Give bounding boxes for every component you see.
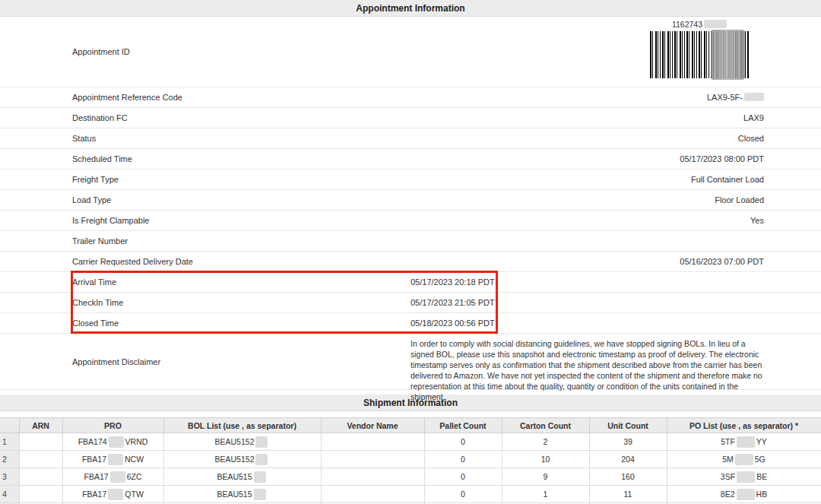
column-header: Carton Count xyxy=(502,418,589,433)
column-header: Vendor Name xyxy=(321,418,424,433)
redaction-blur xyxy=(255,436,268,448)
row-value-text: 05/17/2023 21:05 PDT xyxy=(410,298,495,307)
redaction-blur xyxy=(255,454,268,465)
redaction-blur xyxy=(109,436,124,448)
cell-vendor xyxy=(321,468,424,486)
column-header: Pallet Count xyxy=(424,418,502,433)
table-row: 4 FBA17QTW BEAU515 0 1 11 8E2HB xyxy=(0,486,821,503)
cell-pallet-count: 0 xyxy=(424,486,502,503)
redaction-blur xyxy=(110,471,125,483)
table-row: 3 FBA176ZC BEAU515 0 9 160 3SFBE xyxy=(0,468,821,486)
row-value: 05/17/2023 21:05 PDT xyxy=(410,298,495,307)
redaction-blur xyxy=(744,93,764,101)
cell-bol: BEAU5152 xyxy=(163,433,321,451)
pro-prefix: FBA174 xyxy=(78,437,107,446)
appointment-info-header-bar: Appointment Information xyxy=(0,0,821,17)
cell-po: 5TFYY xyxy=(667,433,821,451)
info-row: Is Freight Clampable Yes xyxy=(0,211,821,231)
cell-row-number: 2 xyxy=(0,451,19,468)
appointment-snapshot-page: Appointment Information Appointment ID 1… xyxy=(0,0,821,504)
cell-carton-count: 9 xyxy=(502,468,589,486)
po-suffix: YY xyxy=(756,437,767,446)
pro-suffix: 6ZC xyxy=(127,472,142,481)
row-value: 05/17/2023 08:00 PDT xyxy=(680,154,764,163)
info-row: Status Closed xyxy=(0,128,821,149)
row-value: LAX9-5F- xyxy=(707,93,764,102)
po-suffix: BE xyxy=(756,472,767,481)
info-row: Load Type Floor Loaded xyxy=(0,190,821,211)
po-prefix: 3SF xyxy=(721,472,735,481)
row-label: Appointment Disclaimer xyxy=(72,357,160,366)
cell-row-number: 3 xyxy=(0,468,19,486)
row-value: LAX9 xyxy=(743,113,764,122)
info-row: Freight Type Full Container Load xyxy=(0,170,821,190)
po-prefix: 8E2 xyxy=(721,490,735,499)
cell-po: 3SFBE xyxy=(667,468,821,486)
appointment-id-row: Appointment ID 1162743 xyxy=(0,17,821,87)
pro-prefix: FBA17 xyxy=(82,455,106,464)
row-label: Destination FC xyxy=(72,113,128,122)
cell-po: 8E2HB xyxy=(667,486,821,503)
redaction-blur xyxy=(735,454,753,465)
po-prefix: 5M xyxy=(722,455,734,464)
cell-pallet-count: 0 xyxy=(424,451,502,468)
cell-unit-count: 160 xyxy=(589,468,667,486)
cell-pro: FBA174VRND xyxy=(62,433,163,451)
row-value-text: 05/16/2023 07:00 PDT xyxy=(680,257,764,266)
cell-arn xyxy=(19,468,62,486)
row-value: 05/18/2023 00:56 PDT xyxy=(410,319,495,328)
cell-unit-count: 11 xyxy=(589,486,667,503)
timestamp-rows-group: Arrival Time 05/17/2023 20:18 PDT CheckI… xyxy=(0,272,821,334)
redaction-blur xyxy=(108,489,123,500)
info-row: Scheduled Time 05/17/2023 08:00 PDT xyxy=(0,149,821,170)
redaction-blur xyxy=(254,489,266,500)
row-value-text: Yes xyxy=(750,216,764,225)
cell-unit-count: 204 xyxy=(589,451,667,468)
po-suffix: 5G xyxy=(755,455,766,464)
pro-suffix: NCW xyxy=(125,455,144,464)
cell-pallet-count: 0 xyxy=(424,433,502,451)
table-row: 1 FBA174VRND BEAU5152 0 2 39 5TFYY xyxy=(0,433,821,451)
timestamp-rows: Arrival Time 05/17/2023 20:18 PDT CheckI… xyxy=(0,272,821,334)
cell-arn xyxy=(19,451,62,468)
row-label: Freight Type xyxy=(72,175,119,184)
redaction-blur xyxy=(737,489,755,500)
redaction-blur xyxy=(737,471,755,483)
cell-bol: BEAU5152 xyxy=(163,451,321,468)
row-label: Scheduled Time xyxy=(72,154,132,163)
row-value-text: 05/17/2023 08:00 PDT xyxy=(680,154,764,163)
column-header: PRO xyxy=(62,418,163,433)
row-value-text: Closed xyxy=(738,134,764,143)
cell-pro: FBA17QTW xyxy=(62,486,163,503)
redaction-blur xyxy=(704,20,727,28)
row-value: 05/17/2023 20:18 PDT xyxy=(410,277,495,287)
cell-row-number: 1 xyxy=(0,433,19,451)
po-prefix: 5TF xyxy=(721,437,735,446)
disclaimer-row: Appointment Disclaimer In order to compl… xyxy=(0,334,821,390)
row-value-text: Floor Loaded xyxy=(715,195,764,204)
row-label: Appointment ID xyxy=(72,47,130,56)
row-value-text: LAX9-5F- xyxy=(707,93,743,102)
cell-arn xyxy=(19,433,62,451)
info-row: Carrier Requested Delivery Date 05/16/20… xyxy=(0,252,821,272)
cell-pallet-count: 0 xyxy=(424,468,502,486)
bol-text: BEAU5152 xyxy=(215,455,255,464)
cell-vendor xyxy=(321,486,424,503)
row-label: Closed Time xyxy=(72,319,119,328)
disclaimer-text: In order to comply with social distancin… xyxy=(410,338,769,402)
bol-text: BEAU5152 xyxy=(215,437,255,446)
info-row: Closed Time 05/18/2023 00:56 PDT xyxy=(0,313,821,334)
cell-carton-count: 1 xyxy=(502,486,589,503)
cell-po: 5M5G xyxy=(667,451,821,468)
column-header: ARN xyxy=(19,418,62,433)
cell-arn xyxy=(19,486,62,503)
pro-suffix: QTW xyxy=(125,490,144,499)
cell-bol: BEAU515 xyxy=(163,468,321,486)
appointment-id-number-text: 1162743 xyxy=(672,20,702,29)
row-label: Appointment Reference Code xyxy=(72,93,182,102)
cell-pro: FBA176ZC xyxy=(62,468,163,486)
column-header xyxy=(0,418,19,433)
row-value: 05/16/2023 07:00 PDT xyxy=(680,257,764,266)
row-value: Full Container Load xyxy=(691,175,764,184)
info-row: Appointment Reference Code LAX9-5F- xyxy=(0,87,821,108)
